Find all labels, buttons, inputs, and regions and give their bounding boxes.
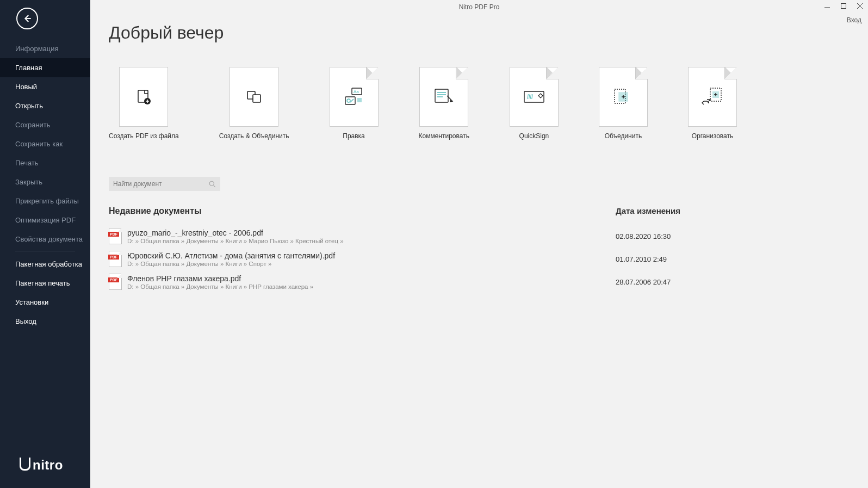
action-label: Создать & Объединить [219,132,289,140]
sign-icon: lili [510,67,559,127]
sidebar-item[interactable]: Главная [0,58,90,77]
recent-document[interactable]: Юровский С.Ю. Атлетизм - дома (занятия с… [109,248,850,270]
doc-date: 02.08.2020 16:30 [616,232,850,240]
nav: ИнформацияГлавнаяНовыйОткрытьСохранитьСо… [0,39,90,448]
page-title: Добрый вечер [109,23,850,43]
action-tile[interactable]: AaПравка [330,67,379,140]
close-button[interactable] [852,0,868,12]
svg-point-17 [209,181,214,186]
recent-document[interactable]: Фленов PHP глазами хакера.pdfD: » Общая … [109,270,850,293]
search-box[interactable] [109,177,220,191]
merge-icon [599,67,648,127]
action-tile[interactable]: liliQuickSign [510,67,559,140]
action-tiles: Создать PDF из файлаСоздать & Объединить… [109,67,850,140]
recent-document[interactable]: pyuzo_mario_-_krestniy_otec - 2006.pdfD:… [109,225,850,248]
doc-date: 28.07.2006 20:47 [616,278,850,286]
action-label: Комментировать [419,132,469,140]
sidebar-item: Информация [0,39,90,58]
sidebar-item[interactable]: Пакетная обработка [0,255,90,274]
arrow-left-icon [22,14,32,23]
maximize-button[interactable] [835,0,852,12]
doc-date: 01.07.2010 2:49 [616,255,850,263]
recent-title: Недавние документы [109,206,616,216]
organize-icon [688,67,737,127]
sidebar: ИнформацияГлавнаяНовыйОткрытьСохранитьСо… [0,0,90,488]
doc-path: D: » Общая папка » Документы » Книги » М… [127,238,616,244]
action-label: Правка [343,132,365,140]
action-label: Организовать [692,132,734,140]
titlebar: Nitro PDF Pro Вход [90,0,868,15]
maximize-icon [841,3,846,9]
action-tile[interactable]: Создать PDF из файла [109,67,179,140]
search-input[interactable] [113,180,209,188]
main: Nitro PDF Pro Вход Добрый вечер Создать … [90,0,868,488]
logo-icon [20,458,30,471]
logo: nitro [0,448,90,488]
svg-text:lili: lili [527,93,533,101]
login-link[interactable]: Вход [847,16,861,24]
doc-path: D: » Общая папка » Документы » Книги » С… [127,261,616,267]
svg-rect-10 [435,89,448,102]
svg-rect-4 [253,95,261,102]
sidebar-item[interactable]: Установки [0,293,90,312]
minimize-button[interactable] [819,0,835,12]
svg-rect-0 [841,4,846,9]
sidebar-item: Печать [0,153,90,172]
sidebar-item[interactable]: Новый [0,77,90,96]
sidebar-item: Закрыть [0,172,90,192]
sidebar-item[interactable]: Выход [0,312,90,331]
action-label: QuickSign [519,132,549,140]
pdf-icon [109,274,122,290]
sidebar-item: Сохранить [0,115,90,134]
action-tile[interactable]: Создать & Объединить [219,67,289,140]
sidebar-item: Сохранить как [0,134,90,153]
minimize-icon [824,3,830,9]
date-column-title: Дата изменения [616,206,850,216]
combine-icon [230,67,278,127]
svg-point-8 [347,99,350,102]
doc-name: pyuzo_mario_-_krestniy_otec - 2006.pdf [127,228,616,237]
action-tile[interactable]: Организовать [688,67,737,140]
comment-icon [419,67,468,127]
pdf-icon [109,228,122,244]
pdf-icon [109,251,122,267]
svg-rect-9 [357,98,362,102]
search-icon [209,181,216,188]
svg-text:Aa: Aa [354,89,359,94]
sidebar-item[interactable]: Открыть [0,96,90,115]
action-tile[interactable]: Комментировать [419,67,469,140]
action-label: Создать PDF из файла [109,132,179,140]
app-title: Nitro PDF Pro [90,0,868,11]
page-plus-icon [119,67,168,127]
action-label: Объединить [605,132,642,140]
doc-path: D: » Общая папка » Документы » Книги » P… [127,283,616,290]
close-icon [857,3,863,9]
action-tile[interactable]: Объединить [599,67,648,140]
sidebar-item: Оптимизация PDF [0,211,90,230]
back-button[interactable] [16,8,38,29]
doc-name: Юровский С.Ю. Атлетизм - дома (занятия с… [127,251,616,260]
edit-icon: Aa [330,67,379,127]
sidebar-item[interactable]: Пакетная печать [0,274,90,293]
sidebar-item: Прикрепить файлы [0,192,90,211]
sidebar-item: Свойства документа [0,230,90,249]
doc-name: Фленов PHP глазами хакера.pdf [127,274,616,283]
nav-divider [15,251,75,251]
